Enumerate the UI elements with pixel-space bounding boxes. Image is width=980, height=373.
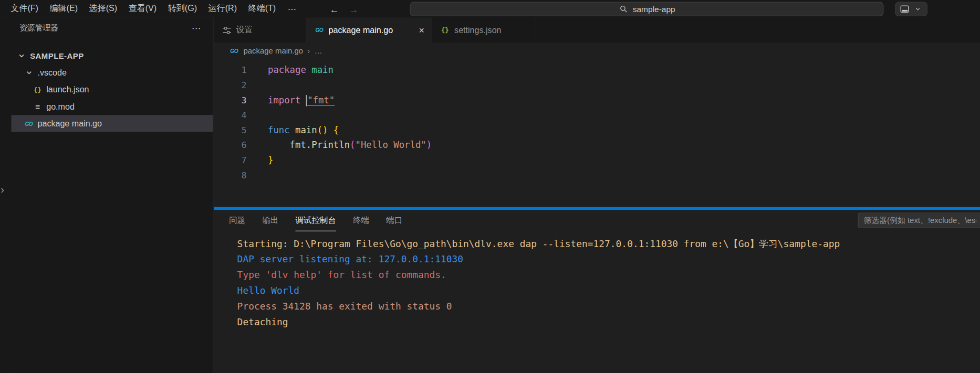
code-editor: 1package main23import "fmt"45func main()… xyxy=(214,59,980,183)
panel-tab-输出[interactable]: 输出 xyxy=(262,210,278,231)
tree-item--vscode[interactable]: .vscode xyxy=(11,65,213,81)
line-number[interactable]: 7 xyxy=(214,153,247,168)
code-line-6: 6 fmt.Println("Hello World") xyxy=(214,137,980,153)
nav-arrows: ← → xyxy=(330,4,359,14)
console-line: Detaching xyxy=(237,314,980,330)
tab-label: package main.go xyxy=(329,25,393,35)
text-cursor xyxy=(306,95,307,106)
line-number[interactable]: 2 xyxy=(214,78,247,93)
chevron-down-icon xyxy=(16,51,26,61)
nav-back-button[interactable]: ← xyxy=(330,4,339,14)
tree-item-label: .vscode xyxy=(37,68,66,78)
panel-layout-icon xyxy=(900,4,910,14)
go-mod-file-icon: ≡ xyxy=(33,102,43,112)
panel-tab-问题[interactable]: 问题 xyxy=(229,210,245,231)
search-value: sample-app xyxy=(633,4,675,14)
settings-sliders-icon xyxy=(222,25,232,35)
tree-item-go-mod[interactable]: ≡go.mod xyxy=(11,98,213,115)
explorer-more-button[interactable]: ⋯ xyxy=(192,23,202,34)
code-text[interactable]: package main xyxy=(246,62,333,78)
sidebar-expand-chevron-icon[interactable]: › xyxy=(1,184,4,196)
menu-overflow-button[interactable]: ⋯ xyxy=(282,4,304,14)
explorer-header: 资源管理器 ⋯ xyxy=(11,17,213,39)
console-line: Hello World xyxy=(237,283,980,299)
console-line: Starting: D:\Program Files\Go\go_path\bi… xyxy=(237,236,980,252)
editor-tabbar: 设置GOpackage main.go×{}settings.json xyxy=(214,17,980,42)
panel-tabs: 问题输出调试控制台终端端口 xyxy=(229,210,419,231)
panel-tab-端口[interactable]: 端口 xyxy=(386,210,402,231)
console-filter-input[interactable] xyxy=(858,212,980,228)
debug-console-output: Starting: D:\Program Files\Go\go_path\bi… xyxy=(214,231,980,330)
nav-forward-button: → xyxy=(349,4,359,14)
tree-item-package-main-go[interactable]: GOpackage main.go xyxy=(11,115,213,132)
chevron-down-icon xyxy=(24,68,34,78)
breadcrumb-separator-icon: › xyxy=(307,47,310,56)
panel-tab-终端[interactable]: 终端 xyxy=(353,210,369,231)
explorer-title: 资源管理器 xyxy=(19,23,58,33)
menu-edit[interactable]: 编辑(E) xyxy=(44,0,84,17)
menu-run[interactable]: 运行(R) xyxy=(203,0,243,17)
line-number[interactable]: 4 xyxy=(214,108,247,123)
command-center-search[interactable]: sample-app xyxy=(410,2,883,16)
go-file-icon: GO xyxy=(314,25,324,35)
code-line-7: 7} xyxy=(214,153,980,168)
layout-toggle-button[interactable] xyxy=(895,2,927,16)
explorer-sidebar: 资源管理器 ⋯ SAMPLE-APP.vscode{}launch.json≡g… xyxy=(11,17,213,373)
menu-goto[interactable]: 转到(G) xyxy=(162,0,203,17)
tab-label: settings.json xyxy=(454,25,501,35)
line-number[interactable]: 6 xyxy=(214,137,247,153)
tab-package-main-go[interactable]: GOpackage main.go× xyxy=(307,17,433,42)
json-file-icon: {} xyxy=(440,25,450,35)
menu-terminal[interactable]: 终端(T) xyxy=(243,0,282,17)
console-line: Process 34128 has exited with status 0 xyxy=(237,299,980,315)
code-line-3: 3import "fmt" xyxy=(214,92,980,108)
menu-selection[interactable]: 选择(S) xyxy=(84,0,123,17)
console-line: Type 'dlv help' for list of commands. xyxy=(237,268,980,283)
json-file-icon: {} xyxy=(33,84,43,94)
menu-file[interactable]: 文件(F) xyxy=(5,0,44,17)
bottom-panel: 问题输出调试控制台终端端口 Starting: D:\Program Files… xyxy=(214,210,980,373)
code-text[interactable]: func main() { xyxy=(246,123,339,138)
menu-bar: 文件(F)编辑(E)选择(S)查看(V)转到(G)运行(R)终端(T) xyxy=(5,0,282,17)
file-tree: SAMPLE-APP.vscode{}launch.json≡go.modGOp… xyxy=(11,48,213,132)
code-text[interactable]: fmt.Println("Hello World") xyxy=(246,137,432,153)
code-line-2: 2 xyxy=(214,78,980,93)
menu-view[interactable]: 查看(V) xyxy=(123,0,162,17)
search-icon xyxy=(618,4,628,14)
titlebar: 文件(F)编辑(E)选择(S)查看(V)转到(G)运行(R)终端(T) ⋯ ← … xyxy=(0,0,980,18)
line-number[interactable]: 8 xyxy=(214,167,247,183)
tab-设置[interactable]: 设置 xyxy=(214,17,307,42)
go-file-icon: GO xyxy=(24,119,34,129)
tab-settings-json[interactable]: {}settings.json xyxy=(432,17,536,42)
panel-tab-调试控制台[interactable]: 调试控制台 xyxy=(295,210,336,231)
tab-label: 设置 xyxy=(236,24,253,35)
left-edge-strip: › xyxy=(0,17,12,373)
code-line-4: 4 xyxy=(214,108,980,123)
go-file-icon: GO xyxy=(229,46,239,56)
code-line-5: 5func main() { xyxy=(214,123,980,138)
tree-item-label: launch.json xyxy=(46,85,89,94)
tree-item-sample-app[interactable]: SAMPLE-APP xyxy=(11,48,213,65)
vscode-window: 文件(F)编辑(E)选择(S)查看(V)转到(G)运行(R)终端(T) ⋯ ← … xyxy=(0,0,980,373)
line-number[interactable]: 1 xyxy=(214,62,247,78)
tree-item-label: go.mod xyxy=(46,102,75,111)
code-text[interactable]: } xyxy=(246,153,273,168)
tree-item-launch-json[interactable]: {}launch.json xyxy=(11,81,213,98)
code-line-1: 1package main xyxy=(214,62,980,78)
breadcrumb: GO package main.go › … xyxy=(214,42,980,59)
code-text[interactable]: import "fmt" xyxy=(246,92,335,108)
tree-item-label: package main.go xyxy=(37,119,102,128)
close-icon[interactable]: × xyxy=(419,25,424,35)
chevron-down-icon xyxy=(913,4,923,14)
breadcrumb-more[interactable]: … xyxy=(315,47,322,56)
tree-item-label: SAMPLE-APP xyxy=(30,51,84,60)
console-line: DAP server listening at: 127.0.0.1:11030 xyxy=(237,252,980,268)
line-number[interactable]: 5 xyxy=(214,123,247,138)
panel-header: 问题输出调试控制台终端端口 xyxy=(214,210,980,231)
breadcrumb-file[interactable]: package main.go xyxy=(244,47,303,56)
editor-area: 设置GOpackage main.go×{}settings.json GO p… xyxy=(214,17,980,207)
code-line-8: 8 xyxy=(214,167,980,183)
line-number[interactable]: 3 xyxy=(214,92,247,108)
